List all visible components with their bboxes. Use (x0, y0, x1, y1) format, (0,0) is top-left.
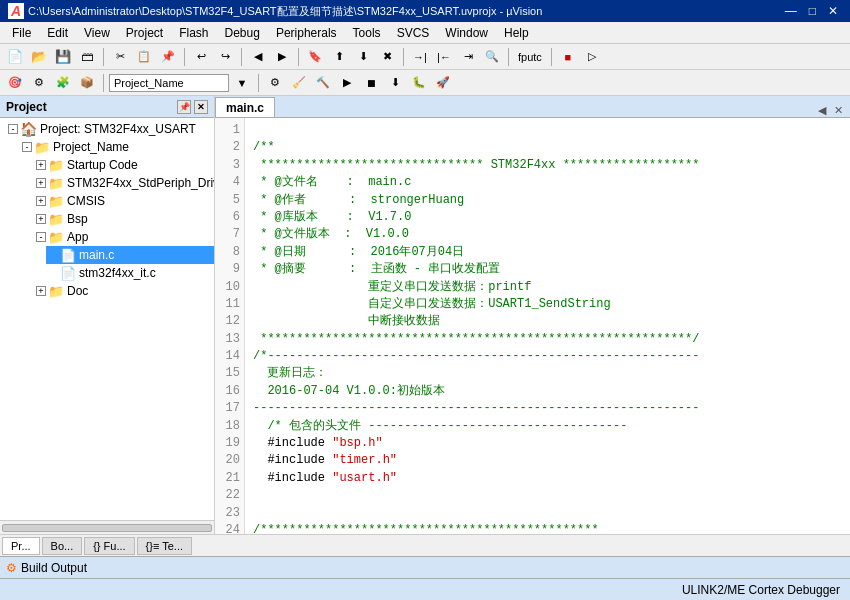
indent-all-button[interactable]: ⇥ (457, 47, 479, 67)
line-num: 17 (219, 400, 240, 417)
run-button[interactable]: ▷ (581, 47, 603, 67)
build-output-label: Build Output (21, 561, 87, 575)
cmsis-label: CMSIS (67, 194, 105, 208)
line-num: 3 (219, 157, 240, 174)
stop-build-button[interactable]: ⏹ (360, 73, 382, 93)
project-select-button[interactable]: ▼ (231, 73, 253, 93)
new-file-button[interactable]: 📄 (4, 47, 26, 67)
sep1 (103, 48, 104, 66)
close-panel-button[interactable]: ✕ (194, 100, 208, 114)
translate-button[interactable]: ▶ (336, 73, 358, 93)
close-button[interactable]: ✕ (824, 4, 842, 18)
expand-icon-app: - (36, 232, 46, 242)
bottom-tab-templates[interactable]: {}≡ Te... (137, 537, 192, 555)
cut-button[interactable]: ✂ (109, 47, 131, 67)
title-bar: A C:\Users\Administrator\Desktop\STM32F4… (0, 0, 850, 22)
app-icon: A (8, 3, 24, 19)
tree-item-project-name[interactable]: - 📁 Project_Name (18, 138, 214, 156)
bsp-label: Bsp (67, 212, 88, 226)
line-num: 7 (219, 226, 240, 243)
folder-icon-startup: 📁 (48, 158, 64, 173)
tree-item-bsp[interactable]: + 📁 Bsp (32, 210, 214, 228)
project-name-input[interactable] (109, 74, 229, 92)
manage-button[interactable]: ⚙ (28, 73, 50, 93)
bottom-tab-functions[interactable]: {} Fu... (84, 537, 134, 555)
menu-item-view[interactable]: View (76, 24, 118, 42)
line-num: 16 (219, 383, 240, 400)
find-button[interactable]: 🔍 (481, 47, 503, 67)
tree-item-stm32-it[interactable]: 📄 stm32f4xx_it.c (46, 264, 214, 282)
menu-item-peripherals[interactable]: Peripherals (268, 24, 345, 42)
tree-item-cmsis[interactable]: + 📁 CMSIS (32, 192, 214, 210)
tree-item-doc[interactable]: + 📁 Doc (32, 282, 214, 300)
tree-item-app[interactable]: - 📁 App (32, 228, 214, 246)
clean-button[interactable]: 🧹 (288, 73, 310, 93)
bottom-tabs-bar: Pr... Bo... {} Fu... {}≡ Te... (0, 534, 850, 556)
nav-back-button[interactable]: ◀ (247, 47, 269, 67)
bottom-tab-project[interactable]: Pr... (2, 537, 40, 555)
project-panel: Project 📌 ✕ - 🏠 Project: STM32F4xx_USART… (0, 96, 215, 534)
options-for-target-button[interactable]: ⚙ (264, 73, 286, 93)
bookmark-button[interactable]: 🔖 (304, 47, 326, 67)
save-button[interactable]: 💾 (52, 47, 74, 67)
tab-menu-button[interactable]: ◀ (815, 104, 829, 117)
line-num: 20 (219, 452, 240, 469)
open-button[interactable]: 📂 (28, 47, 50, 67)
menu-item-window[interactable]: Window (437, 24, 496, 42)
tab-main-c-label: main.c (226, 101, 264, 115)
bottom-tab-functions-label: {} Fu... (93, 540, 125, 552)
tab-main-c[interactable]: main.c (215, 97, 275, 117)
file-icon-main: 📄 (60, 248, 76, 263)
indent-button[interactable]: →| (409, 47, 431, 67)
components-button[interactable]: 🧩 (52, 73, 74, 93)
tree-item-stdperiph[interactable]: + 📁 STM32F4xx_StdPeriph_Driv (32, 174, 214, 192)
line-num: 13 (219, 331, 240, 348)
start-debug-button[interactable]: 🐛 (408, 73, 430, 93)
menu-item-edit[interactable]: Edit (39, 24, 76, 42)
paste-button[interactable]: 📌 (157, 47, 179, 67)
line-num: 6 (219, 209, 240, 226)
tree-item-root[interactable]: - 🏠 Project: STM32F4xx_USART (4, 120, 214, 138)
expand-icon-project: - (22, 142, 32, 152)
unindent-button[interactable]: |← (433, 47, 455, 67)
start-button[interactable]: 🚀 (432, 73, 454, 93)
startup-label: Startup Code (67, 158, 138, 172)
prev-bookmark-button[interactable]: ⬆ (328, 47, 350, 67)
folder-icon-doc: 📁 (48, 284, 64, 299)
line-num: 1 (219, 122, 240, 139)
sep9 (258, 74, 259, 92)
redo-button[interactable]: ↪ (214, 47, 236, 67)
copy-button[interactable]: 📋 (133, 47, 155, 67)
target-options-button[interactable]: 🎯 (4, 73, 26, 93)
menu-item-debug[interactable]: Debug (217, 24, 268, 42)
menu-item-file[interactable]: File (4, 24, 39, 42)
menu-item-svcs[interactable]: SVCS (389, 24, 438, 42)
save-all-button[interactable]: 🗃 (76, 47, 98, 67)
bottom-tab-books[interactable]: Bo... (42, 537, 83, 555)
maximize-button[interactable]: □ (805, 4, 820, 18)
nav-fwd-button[interactable]: ▶ (271, 47, 293, 67)
clear-bookmarks-button[interactable]: ✖ (376, 47, 398, 67)
code-area[interactable]: 1 2 3 4 5 6 7 8 9 10 11 12 13 14 15 16 1… (215, 118, 850, 534)
build-button[interactable]: ■ (557, 47, 579, 67)
download-button[interactable]: ⬇ (384, 73, 406, 93)
bottom-tab-books-label: Bo... (51, 540, 74, 552)
menu-item-tools[interactable]: Tools (345, 24, 389, 42)
menu-item-help[interactable]: Help (496, 24, 537, 42)
tree-item-main-c[interactable]: 📄 main.c (46, 246, 214, 264)
tab-close-button[interactable]: ✕ (831, 104, 846, 117)
sep4 (298, 48, 299, 66)
pin-button[interactable]: 📌 (177, 100, 191, 114)
minimize-button[interactable]: — (781, 4, 801, 18)
next-bookmark-button[interactable]: ⬇ (352, 47, 374, 67)
undo-button[interactable]: ↩ (190, 47, 212, 67)
menu-item-project[interactable]: Project (118, 24, 171, 42)
menu-item-flash[interactable]: Flash (171, 24, 216, 42)
tree-item-startup[interactable]: + 📁 Startup Code (32, 156, 214, 174)
status-text: ULINK2/ME Cortex Debugger (682, 583, 840, 597)
project-scrollbar[interactable] (0, 520, 214, 534)
code-tab-controls: ◀ ✕ (815, 104, 850, 117)
pack-button[interactable]: 📦 (76, 73, 98, 93)
bottom-tab-project-label: Pr... (11, 540, 31, 552)
build-all-button[interactable]: 🔨 (312, 73, 334, 93)
